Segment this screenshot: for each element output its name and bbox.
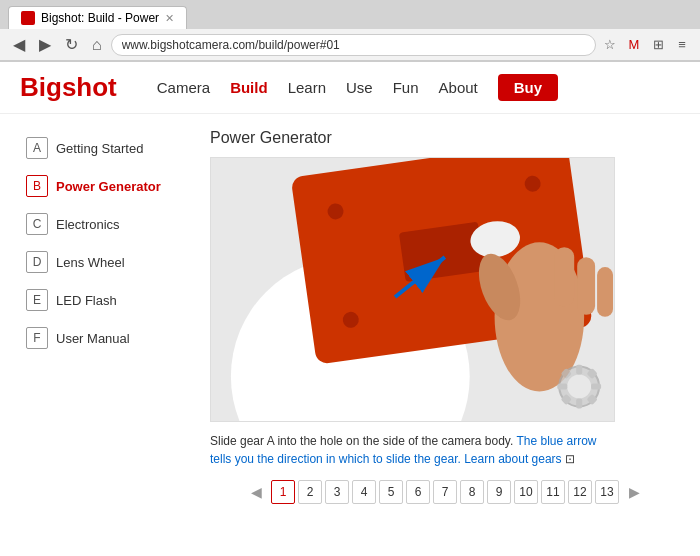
mail-icon[interactable]: M xyxy=(624,35,644,55)
sidebar-item-user-manual[interactable]: F User Manual xyxy=(20,319,190,357)
svg-rect-12 xyxy=(577,257,595,315)
nav-about[interactable]: About xyxy=(439,79,478,96)
star-icon[interactable]: ☆ xyxy=(600,35,620,55)
svg-rect-13 xyxy=(597,267,613,317)
nav-fun[interactable]: Fun xyxy=(393,79,419,96)
nav-camera[interactable]: Camera xyxy=(157,79,210,96)
main-container: A Getting Started B Power Generator C El… xyxy=(0,114,700,527)
sidebar-label-led-flash: LED Flash xyxy=(56,293,117,308)
image-placeholder xyxy=(211,158,614,421)
description-text-1: Slide gear A into the hole on the side o… xyxy=(210,434,513,448)
svg-rect-20 xyxy=(557,384,567,390)
sidebar: A Getting Started B Power Generator C El… xyxy=(20,129,190,512)
svg-rect-11 xyxy=(554,247,574,307)
page-13[interactable]: 13 xyxy=(595,480,619,504)
sidebar-item-power-generator[interactable]: B Power Generator xyxy=(20,167,190,205)
pagination-prev[interactable]: ◀ xyxy=(244,480,268,504)
gear-watermark xyxy=(557,365,601,409)
pagination-next[interactable]: ▶ xyxy=(622,480,646,504)
page-content: Bigshot Camera Build Learn Use Fun About… xyxy=(0,62,700,527)
address-bar[interactable] xyxy=(111,34,596,56)
sidebar-key-b: B xyxy=(26,175,48,197)
description-icon: ⊡ xyxy=(565,452,575,466)
svg-point-17 xyxy=(567,375,591,399)
tab-title: Bigshot: Build - Power xyxy=(41,11,159,25)
tab-favicon xyxy=(21,11,35,25)
svg-rect-18 xyxy=(576,365,582,375)
sidebar-key-d: D xyxy=(26,251,48,273)
extensions-icon[interactable]: ⊞ xyxy=(648,35,668,55)
page-12[interactable]: 12 xyxy=(568,480,592,504)
home-button[interactable]: ⌂ xyxy=(87,34,107,56)
sidebar-key-c: C xyxy=(26,213,48,235)
tab-bar: Bigshot: Build - Power ✕ xyxy=(0,0,700,29)
sidebar-label-power-generator: Power Generator xyxy=(56,179,161,194)
browser-chrome: Bigshot: Build - Power ✕ ◀ ▶ ↻ ⌂ ☆ M ⊞ ≡ xyxy=(0,0,700,62)
pagination: ◀ 1 2 3 4 5 6 7 8 9 10 11 12 13 ▶ xyxy=(210,468,680,512)
back-button[interactable]: ◀ xyxy=(8,33,30,56)
forward-button[interactable]: ▶ xyxy=(34,33,56,56)
browser-toolbar: ◀ ▶ ↻ ⌂ ☆ M ⊞ ≡ xyxy=(0,29,700,61)
site-logo[interactable]: Bigshot xyxy=(20,72,117,103)
page-2[interactable]: 2 xyxy=(298,480,322,504)
site-nav: Camera Build Learn Use Fun About Buy xyxy=(157,74,558,101)
toolbar-icons: ☆ M ⊞ ≡ xyxy=(600,35,692,55)
browser-tab[interactable]: Bigshot: Build - Power ✕ xyxy=(8,6,187,29)
page-5[interactable]: 5 xyxy=(379,480,403,504)
page-7[interactable]: 7 xyxy=(433,480,457,504)
page-8[interactable]: 8 xyxy=(460,480,484,504)
sidebar-item-lens-wheel[interactable]: D Lens Wheel xyxy=(20,243,190,281)
content-description: Slide gear A into the hole on the side o… xyxy=(210,432,620,468)
tab-close-button[interactable]: ✕ xyxy=(165,12,174,25)
page-9[interactable]: 9 xyxy=(487,480,511,504)
sidebar-label-user-manual: User Manual xyxy=(56,331,130,346)
sidebar-key-a: A xyxy=(26,137,48,159)
sidebar-key-e: E xyxy=(26,289,48,311)
sidebar-item-electronics[interactable]: C Electronics xyxy=(20,205,190,243)
page-6[interactable]: 6 xyxy=(406,480,430,504)
sidebar-label-electronics: Electronics xyxy=(56,217,120,232)
menu-icon[interactable]: ≡ xyxy=(672,35,692,55)
nav-use[interactable]: Use xyxy=(346,79,373,96)
site-header: Bigshot Camera Build Learn Use Fun About… xyxy=(0,62,700,114)
sidebar-key-f: F xyxy=(26,327,48,349)
svg-rect-19 xyxy=(576,398,582,408)
page-11[interactable]: 11 xyxy=(541,480,565,504)
page-4[interactable]: 4 xyxy=(352,480,376,504)
content-area: Power Generator xyxy=(210,129,680,512)
sidebar-item-getting-started[interactable]: A Getting Started xyxy=(20,129,190,167)
page-10[interactable]: 10 xyxy=(514,480,538,504)
svg-rect-21 xyxy=(591,384,601,390)
refresh-button[interactable]: ↻ xyxy=(60,33,83,56)
nav-learn[interactable]: Learn xyxy=(288,79,326,96)
camera-illustration xyxy=(211,157,614,422)
sidebar-label-getting-started: Getting Started xyxy=(56,141,143,156)
sidebar-label-lens-wheel: Lens Wheel xyxy=(56,255,125,270)
nav-build[interactable]: Build xyxy=(230,79,268,96)
learn-about-gears-link[interactable]: Learn about gears xyxy=(464,452,561,466)
content-title: Power Generator xyxy=(210,129,680,147)
page-1[interactable]: 1 xyxy=(271,480,295,504)
content-image xyxy=(210,157,615,422)
page-3[interactable]: 3 xyxy=(325,480,349,504)
nav-buy-button[interactable]: Buy xyxy=(498,74,558,101)
sidebar-item-led-flash[interactable]: E LED Flash xyxy=(20,281,190,319)
